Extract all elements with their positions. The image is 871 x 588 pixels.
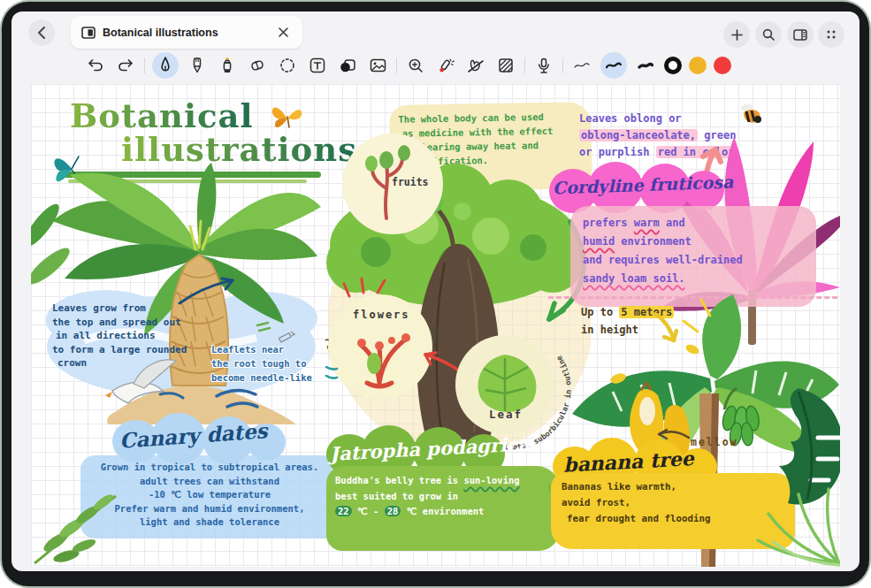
canary-leaves-note[interactable]: Leaves grow from the top and spread out …	[52, 302, 187, 370]
note-line: best suited to grow in	[335, 489, 551, 505]
pattern-fill-button[interactable]	[494, 54, 517, 77]
stroke-thick-icon	[638, 61, 653, 70]
fern-leaf-illustration[interactable]	[31, 484, 126, 567]
temp-low: 22	[335, 506, 352, 516]
drawing-canvas[interactable]: Botanical illustrations	[31, 84, 840, 567]
note-text: and	[660, 217, 685, 229]
note-text: ℃ -	[352, 506, 385, 516]
search-button[interactable]	[755, 21, 782, 48]
note-line: Buddha's belly tree is sun-loving	[335, 473, 551, 489]
tab-close-button[interactable]	[274, 24, 292, 42]
note-line: Leaves grow from	[52, 302, 187, 316]
eraser-icon	[249, 58, 265, 73]
note-text-underlined: sun-loving	[463, 475, 519, 485]
note-line: 22 ℃ - 28 ℃ environment	[335, 504, 551, 520]
stroke-thin-icon	[574, 61, 590, 70]
laser-pointer-button[interactable]	[434, 54, 457, 77]
app-screen: Botanical illustrations	[11, 11, 860, 571]
color-black-swatch[interactable]	[664, 57, 682, 74]
undo-icon	[88, 58, 103, 73]
sidebar-toggle-button[interactable]	[787, 21, 814, 48]
undo-button[interactable]	[84, 54, 107, 77]
zoom-tool-button[interactable]	[404, 54, 427, 77]
color-yellow-swatch[interactable]	[689, 57, 707, 74]
fruits-label: fruits	[392, 176, 429, 188]
note-text-underlined: sandy loam soil.	[583, 272, 685, 285]
note-line: the root tough to	[211, 356, 312, 370]
back-button[interactable]	[28, 19, 55, 46]
image-tool-button[interactable]	[366, 54, 389, 77]
note-line: and requires well-drained	[583, 251, 804, 270]
microphone-button[interactable]	[532, 54, 555, 77]
leaf-label: Leaf	[489, 408, 523, 421]
note-line: Grown in tropical to subtropical areas.	[84, 461, 335, 475]
color-red-swatch[interactable]	[714, 57, 731, 74]
note-line: the top and spread out	[52, 316, 187, 330]
palm-rejection-button[interactable]	[464, 54, 487, 77]
laser-pointer-icon	[438, 57, 455, 74]
stroke-medium-button[interactable]	[600, 52, 627, 79]
apps-menu-button[interactable]	[818, 21, 844, 48]
palm-frond-illustration[interactable]	[753, 478, 840, 567]
note-text: prefers	[583, 217, 634, 229]
lasso-tool-button[interactable]	[276, 54, 299, 77]
toolbar-divider	[524, 57, 525, 73]
stroke-thin-button[interactable]	[570, 54, 593, 77]
text-tool-button[interactable]	[306, 54, 329, 77]
teal-dash-doodle[interactable]	[323, 362, 342, 388]
note-line: prefers warm and	[583, 214, 804, 233]
document-thumbnail-icon	[81, 27, 96, 39]
jatropha-info-box[interactable]: Buddha's belly tree is sun-loving best s…	[326, 466, 560, 551]
text-icon	[309, 57, 325, 73]
note-line: to form a large rounded	[52, 343, 187, 357]
tablet-device-frame: Botanical illustrations	[0, 0, 871, 588]
mellow-label[interactable]: mellow	[691, 436, 738, 448]
note-line: become needle-like	[211, 370, 312, 385]
pencil-tool-button[interactable]	[186, 54, 209, 77]
cordyline-info-box[interactable]: prefers warm and humid environment and r…	[570, 206, 816, 307]
document-tab[interactable]: Botanical illustrations	[71, 16, 302, 49]
sidebar-icon	[793, 29, 807, 41]
left-leaf-illustration[interactable]	[31, 195, 72, 291]
cordyline-title-group[interactable]: Cordyline fruticosa	[549, 162, 737, 211]
mellow-arrow[interactable]	[652, 427, 691, 443]
note-line: humid environment	[583, 233, 804, 251]
shapes-tool-button[interactable]	[336, 54, 359, 77]
orange-butterfly-illustration[interactable]	[270, 102, 305, 134]
pencil-icon	[191, 57, 203, 74]
plus-icon	[731, 29, 743, 41]
toolbar-divider	[396, 57, 397, 73]
eraser-tool-button[interactable]	[246, 54, 269, 77]
marker-tool-button[interactable]	[216, 54, 239, 77]
canary-leaflets-note[interactable]: Leaflets near the root tough to become n…	[211, 342, 312, 385]
note-text: Buddha's belly tree is	[335, 475, 463, 485]
image-icon	[370, 58, 386, 73]
pen-icon	[158, 57, 172, 74]
shapes-icon	[340, 58, 356, 73]
pen-tool-button[interactable]	[152, 52, 179, 79]
stroke-thick-button[interactable]	[634, 54, 657, 77]
note-text: ℃ environment	[401, 506, 484, 516]
note-line: sandy loam soil.	[583, 270, 804, 288]
hand-pen-icon	[467, 57, 485, 73]
green-dash-doodle[interactable]	[256, 321, 271, 333]
tab-title: Botanical illustrations	[103, 27, 274, 39]
temp-high: 28	[385, 506, 401, 516]
stroke-medium-icon	[606, 61, 622, 70]
add-button[interactable]	[723, 21, 750, 48]
tab-bar: Botanical illustrations	[11, 11, 860, 52]
note-line: crown	[52, 356, 187, 370]
fruits-detail-circle[interactable]: fruits	[342, 134, 443, 234]
microphone-icon	[538, 57, 550, 74]
leaf-detail-circle[interactable]: Leaf	[455, 335, 554, 434]
drawing-toolbar	[11, 50, 860, 80]
marker-icon	[221, 57, 233, 74]
note-line: fear drought and flooding	[562, 511, 784, 527]
redo-button[interactable]	[114, 54, 137, 77]
note-text: or purplish	[579, 146, 656, 158]
pencil-doodle[interactable]	[277, 329, 296, 347]
note-text-underlined: warm	[634, 217, 660, 229]
four-dots-icon	[826, 29, 837, 40]
blue-arrow[interactable]	[174, 273, 243, 305]
red-rays-doodle[interactable]	[342, 277, 404, 300]
